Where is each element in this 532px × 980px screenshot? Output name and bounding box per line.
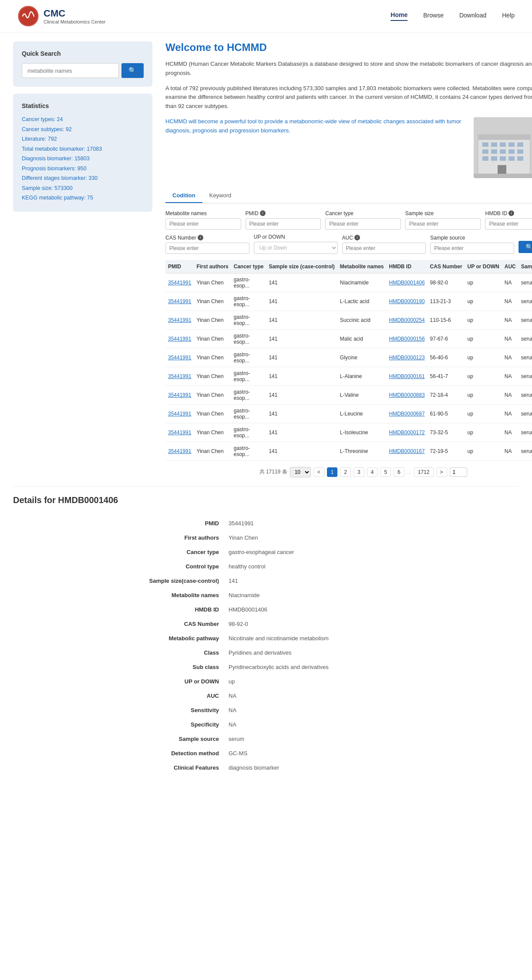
detail-label: Specificity [114,718,228,731]
logo-sub-text: Clinical Metabolomics Center [44,19,105,24]
filter-cas-label: CAS Number i [165,235,249,241]
svg-rect-15 [482,156,488,161]
cell-auc: NA [502,348,519,367]
welcome-section: Welcome to HCMMD HCMMD (Human Cancer Met… [165,41,532,178]
cell-pmid[interactable]: 35441991 [165,292,194,311]
filter-auc-input[interactable] [342,243,426,254]
filter-pmid-input[interactable] [246,218,321,230]
detail-label: Sub class [114,660,228,674]
filter-hmdb-input[interactable] [485,218,532,230]
table-row: 35441991 Yinan Chen gastro-esop... 141 L… [165,367,532,385]
header: CMC Clinical Metabolomics Center Home Br… [0,0,532,33]
cell-auc: NA [502,311,519,329]
cell-pmid[interactable]: 35441991 [165,311,194,329]
cell-hmdb[interactable]: HMDB0000156 [387,329,428,348]
pmid-info-icon[interactable]: i [260,210,266,216]
search-input[interactable] [22,63,119,78]
filter-cancer: Cancer type [325,210,401,230]
detail-value: serum [229,732,418,746]
filter-hmdb-label: HMDB ID i [485,210,532,216]
nav-home[interactable]: Home [391,11,407,21]
detail-row: UP or DOWN up [114,675,418,688]
cell-pmid[interactable]: 35441991 [165,385,194,404]
cell-pmid[interactable]: 35441991 [165,273,194,292]
cell-updown: up [465,292,502,311]
cell-pmid[interactable]: 35441991 [165,367,194,385]
cell-hmdb[interactable]: HMDB0000123 [387,348,428,367]
cell-hmdb[interactable]: HMDB0000161 [387,367,428,385]
cell-pmid[interactable]: 35441991 [165,423,194,442]
detail-row: HMDB ID HMDB0001406 [114,603,418,616]
page-prev[interactable]: < [313,467,324,477]
page-6[interactable]: 6 [394,467,404,477]
cell-hmdb[interactable]: HMDB0000687 [387,404,428,423]
cell-source: serum [519,423,532,442]
detail-label: First authors [114,531,228,544]
cell-pmid[interactable]: 35441991 [165,348,194,367]
filter-source-label: Sample source [430,235,514,241]
search-button[interactable]: 🔍 [121,63,144,78]
filter-updown-select[interactable]: Up or Down up down [254,242,338,254]
cell-sample: 141 [266,423,337,442]
nav-download[interactable]: Download [459,12,486,20]
cell-cancer: gastro-esop... [231,442,266,460]
filter-cas-input[interactable] [165,243,249,254]
cell-cancer: gastro-esop... [231,385,266,404]
cell-hmdb[interactable]: HMDB0001406 [387,273,428,292]
logo-icon [17,5,39,27]
cell-hmdb[interactable]: HMDB0000167 [387,442,428,460]
page-2[interactable]: 2 [340,467,351,477]
cell-hmdb[interactable]: HMDB0000190 [387,292,428,311]
cell-cancer: gastro-esop... [231,273,266,292]
svg-rect-3 [530,143,532,174]
page-1[interactable]: 1 [327,467,338,477]
svg-rect-10 [482,149,488,154]
page-3[interactable]: 3 [354,467,364,477]
filter-source-input[interactable] [430,243,514,254]
filter-auc-label: AUC i [342,235,426,241]
tab-condition[interactable]: Codition [165,189,202,203]
svg-rect-27 [474,174,532,178]
page-4[interactable]: 4 [367,467,378,477]
tab-keyword[interactable]: Keyword [202,189,239,203]
cell-auc: NA [502,273,519,292]
cell-hmdb[interactable]: HMDB0000254 [387,311,428,329]
detail-value: NA [229,703,418,717]
detail-label: CAS Number [114,617,228,631]
detail-row: Sample source serum [114,732,418,746]
cell-pmid[interactable]: 35441991 [165,442,194,460]
filter-metabolite-input[interactable] [165,218,241,230]
filter-search-button[interactable]: 🔍 [519,241,532,253]
quick-search-title: Quick Search [22,50,144,57]
page-jump-input[interactable] [450,467,467,477]
details-title: Details for HMDB0001406 [13,495,519,505]
detail-row: CAS Number 98-92-0 [114,617,418,631]
hmdb-info-icon[interactable]: i [508,210,514,216]
cell-sample: 141 [266,329,337,348]
cell-pmid[interactable]: 35441991 [165,404,194,423]
cell-cas: 61-90-5 [428,404,465,423]
cell-cas: 56-41-7 [428,367,465,385]
page-5[interactable]: 5 [380,467,391,477]
filter-cancer-input[interactable] [325,218,401,230]
cell-author: Yinan Chen [194,385,231,404]
filter-samplesize-input[interactable] [405,218,481,230]
auc-info-icon[interactable]: i [354,235,360,240]
page-next[interactable]: > [436,467,447,477]
detail-label: Sample source [114,732,228,746]
cell-cas: 72-19-5 [428,442,465,460]
nav-help[interactable]: Help [502,12,515,20]
detail-row: Clinical Features diagnosis biomarker [114,761,418,774]
cell-metabolite: Niacinamide [337,273,387,292]
cell-hmdb[interactable]: HMDB0000172 [387,423,428,442]
cas-info-icon[interactable]: i [198,235,203,240]
main-nav: Home Browse Download Help [391,11,515,21]
page-last[interactable]: 1712 [414,467,434,477]
data-table: PMID First authors Cancer type Sample si… [165,260,532,461]
svg-rect-6 [491,142,497,147]
nav-browse[interactable]: Browse [423,12,444,20]
svg-rect-19 [517,156,523,161]
page-size-select[interactable]: 10 20 50 [290,467,311,477]
cell-pmid[interactable]: 35441991 [165,329,194,348]
cell-hmdb[interactable]: HMDB0000883 [387,385,428,404]
